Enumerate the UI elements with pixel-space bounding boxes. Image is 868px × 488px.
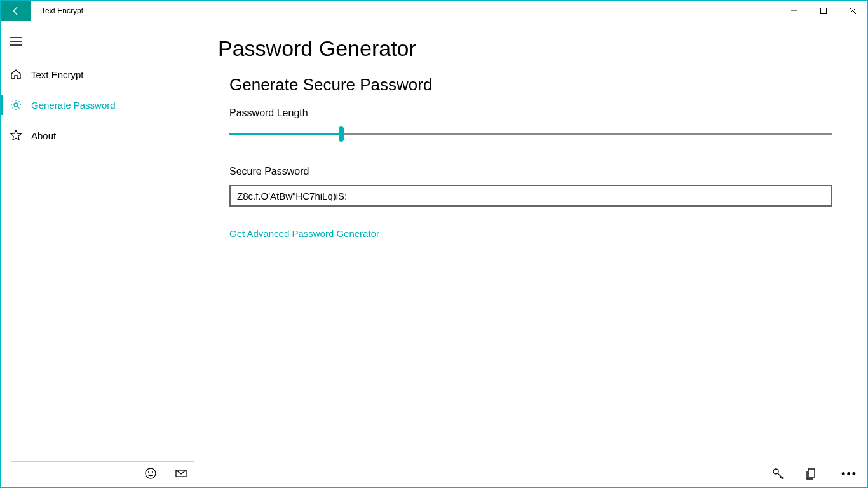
app-window: Text Encrypt Text En <box>0 0 868 488</box>
gear-icon <box>10 98 22 111</box>
slider-thumb[interactable] <box>339 126 344 142</box>
slider-fill <box>229 133 341 135</box>
svg-rect-7 <box>808 469 815 477</box>
sidebar: Text Encrypt Generate Password About <box>1 21 204 487</box>
arrow-left-icon <box>11 6 21 16</box>
hamburger-button[interactable] <box>1 26 31 57</box>
svg-point-1 <box>14 103 18 107</box>
sidebar-item-text-encrypt[interactable]: Text Encrypt <box>1 59 204 90</box>
sidebar-item-about[interactable]: About <box>1 120 204 151</box>
minimize-icon <box>791 8 797 14</box>
svg-point-3 <box>148 471 149 473</box>
maximize-icon <box>820 8 827 14</box>
password-length-slider[interactable] <box>229 126 832 142</box>
maximize-button[interactable] <box>809 1 838 21</box>
mail-icon <box>175 467 187 480</box>
main-content: Password Generator Generate Secure Passw… <box>204 21 867 487</box>
svg-point-2 <box>146 468 156 478</box>
feedback-button[interactable] <box>144 467 157 480</box>
svg-point-4 <box>152 471 153 473</box>
sidebar-footer <box>1 461 204 487</box>
sidebar-item-generate-password[interactable]: Generate Password <box>1 90 204 120</box>
titlebar: Text Encrypt <box>1 1 867 21</box>
sidebar-item-label: About <box>31 130 56 141</box>
ellipsis-icon: ••• <box>841 468 857 480</box>
sidebar-item-label: Text Encrypt <box>31 69 84 80</box>
generate-section: Generate Secure Password Password Length… <box>218 75 832 240</box>
length-label: Password Length <box>229 107 832 119</box>
more-button[interactable]: ••• <box>837 468 861 481</box>
secure-password-output[interactable] <box>229 185 832 207</box>
close-icon <box>850 8 856 14</box>
sidebar-item-label: Generate Password <box>31 100 116 111</box>
window-title: Text Encrypt <box>31 1 780 21</box>
svg-rect-0 <box>821 8 827 14</box>
hamburger-icon <box>10 37 22 46</box>
app-body: Text Encrypt Generate Password About <box>1 21 867 487</box>
key-icon <box>771 467 785 481</box>
home-icon <box>10 68 22 81</box>
minimize-button[interactable] <box>780 1 809 21</box>
smiley-icon <box>144 467 157 480</box>
window-controls <box>780 1 867 21</box>
close-button[interactable] <box>838 1 867 21</box>
page-title: Password Generator <box>218 36 832 61</box>
mail-button[interactable] <box>175 467 187 480</box>
copy-icon <box>804 467 818 481</box>
advanced-generator-link[interactable]: Get Advanced Password Generator <box>229 228 379 239</box>
svg-point-6 <box>773 469 778 474</box>
section-title: Generate Secure Password <box>229 75 832 95</box>
star-icon <box>10 129 22 142</box>
slider-track <box>229 133 832 135</box>
copy-button[interactable] <box>804 467 818 481</box>
sidebar-divider <box>11 461 194 462</box>
secure-password-label: Secure Password <box>229 166 832 177</box>
back-button[interactable] <box>1 1 31 21</box>
key-button[interactable] <box>771 467 785 481</box>
bottom-action-bar: ••• <box>771 467 861 481</box>
